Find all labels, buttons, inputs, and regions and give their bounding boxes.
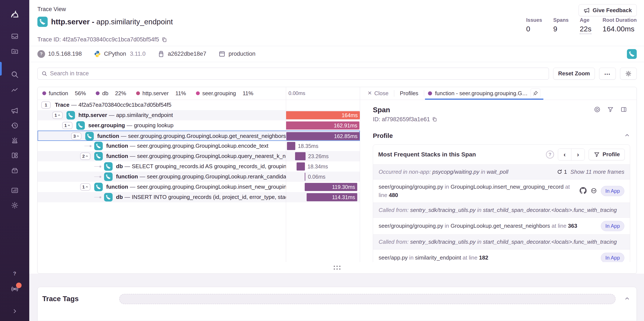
next-stack-button[interactable]: › — [571, 149, 584, 160]
trace-tree-row[interactable]: function—seer.grouping.grouping.Grouping… — [38, 172, 360, 182]
stack-frame-row[interactable]: seer/grouping/grouping.py in GroupingLoo… — [373, 179, 630, 203]
sidebar-item-settings[interactable] — [10, 201, 19, 210]
waterfall-column: function 56% db 22% http.server 11% seer… — [38, 87, 360, 262]
sidebar-item-dashboards[interactable] — [10, 151, 19, 160]
copy-icon[interactable] — [161, 37, 167, 43]
repo-provider-icon[interactable] — [590, 187, 598, 195]
duration-bar[interactable] — [305, 173, 305, 181]
trace-tree-row[interactable]: 1function—seer.grouping.grouping.Groupin… — [38, 182, 360, 192]
span-name: 4f2a57ea703840cc9c1bca7d05bf54f5 — [78, 102, 171, 108]
span-name: INSERT INTO grouping_records (id, projec… — [132, 194, 286, 200]
span-duration-cell[interactable]: 162.85ms — [286, 131, 360, 140]
prev-stack-button[interactable]: ‹ — [558, 149, 571, 160]
github-icon[interactable] — [580, 187, 587, 195]
legend-item-seer-grouping[interactable]: seer.grouping 11% — [196, 90, 254, 97]
search-input[interactable] — [50, 70, 545, 77]
show-more-frames-link[interactable]: Show 11 more frames — [570, 169, 624, 175]
sidebar-item-projects[interactable] — [10, 47, 19, 55]
trace-tree-row[interactable]: 2function—seer.grouping.grouping.Groupin… — [38, 151, 360, 161]
separator: — — [128, 143, 137, 149]
span-children-badge[interactable]: 1 — [62, 122, 72, 129]
span-duration-cell[interactable]: 114.31ms — [286, 192, 360, 202]
stacks-help-button[interactable]: ? — [546, 150, 554, 159]
stack-frame-row[interactable]: Called from: sentry_sdk/tracing_utils.py… — [373, 234, 630, 249]
stack-pager: ‹ › — [558, 149, 585, 160]
span-duration-cell[interactable]: 164ms — [286, 110, 360, 120]
filter-button[interactable] — [607, 106, 614, 114]
whats-new-button[interactable] — [10, 284, 20, 294]
span-duration-cell[interactable] — [286, 100, 360, 110]
duration-bar[interactable]: 162.85ms — [286, 132, 360, 140]
focus-span-button[interactable] — [594, 106, 601, 114]
span-children-badge[interactable]: 1 — [80, 183, 90, 191]
span-duration-cell[interactable]: 18.35ms — [286, 141, 360, 151]
stack-frame-row[interactable]: Called from: sentry_sdk/tracing_utils.py… — [373, 203, 630, 218]
sidebar-item-alerts[interactable] — [10, 136, 19, 145]
duration-label: 0.06ms — [308, 173, 326, 181]
stack-frame-row[interactable]: Occurred in non-app: psycopg/waiting.py … — [373, 164, 630, 179]
trace-tree-row[interactable]: 1Trace—4f2a57ea703840cc9c1bca7d05bf54f5 — [38, 100, 360, 110]
span-duration-cell[interactable]: 0.06ms — [286, 172, 360, 182]
frame-file: seer/grouping/grouping.py — [378, 223, 443, 229]
sidebar-item-metrics[interactable] — [10, 86, 19, 95]
close-panel-button[interactable]: × Close — [362, 87, 394, 100]
stack-frame-row[interactable]: seer/app.py in similarity_endpoint at li… — [373, 249, 630, 262]
sidebar-expand-button[interactable] — [10, 307, 19, 316]
frame-text: Called from: sentry_sdk/tracing_utils.py… — [378, 238, 617, 246]
collapse-section-button[interactable] — [624, 132, 630, 139]
span-children-badge[interactable]: 3 — [71, 133, 82, 140]
layout-toggle-button[interactable] — [620, 106, 627, 114]
span-children-badge[interactable]: 1 — [41, 101, 51, 109]
trace-tree-row[interactable]: db—SELECT grouping_records.id AS groupin… — [38, 161, 360, 172]
profile-section-header[interactable]: Profile — [373, 132, 630, 139]
trace-tree-row[interactable]: 1http.server—app.similarity_endpoint164m… — [38, 110, 360, 120]
trace-tree-row[interactable]: 3function—seer.grouping.grouping.Groupin… — [38, 131, 360, 141]
span-duration-cell[interactable]: 23.26ms — [286, 151, 360, 161]
sidebar-item-stats[interactable] — [10, 186, 19, 195]
trace-tree-row[interactable]: 1seer.grouping—grouping lookup162.91ms — [38, 120, 360, 131]
trace-tree-row[interactable]: db—INSERT INTO grouping_records (id, pro… — [38, 192, 360, 202]
stack-frame-row[interactable]: seer/grouping/grouping.py in GroupingLoo… — [373, 218, 630, 234]
tags-loading-skeleton — [119, 294, 616, 304]
trace-tree-row[interactable]: function—seer.grouping.grouping.Grouping… — [38, 141, 360, 151]
sentry-logo[interactable] — [6, 7, 23, 21]
legend-item-function[interactable]: function 56% — [42, 90, 86, 97]
more-options-button[interactable]: … — [599, 68, 616, 80]
span-op-icon — [94, 152, 103, 160]
copy-icon[interactable] — [432, 116, 437, 122]
duration-bar[interactable]: 114.31ms — [306, 193, 357, 201]
span-duration-cell[interactable]: 162.91ms — [286, 120, 360, 131]
duration-bar[interactable] — [296, 162, 305, 171]
span-duration-cell[interactable]: 119.30ms — [286, 182, 360, 192]
span-tree-cell: 1seer.grouping—grouping lookup — [38, 120, 286, 131]
duration-bar[interactable] — [295, 152, 306, 160]
trace-settings-button[interactable] — [620, 68, 637, 80]
give-feedback-button[interactable]: Give Feedback — [578, 4, 637, 16]
legend-item-http-server[interactable]: http.server 11% — [136, 90, 186, 97]
legend-item-db[interactable]: db 22% — [96, 90, 126, 97]
open-profile-button[interactable]: Profile — [589, 149, 625, 160]
resize-drag-handle[interactable] — [334, 266, 340, 270]
span-description: function—seer.grouping.grouping.Grouping… — [116, 172, 286, 181]
sidebar-item-feedback[interactable] — [10, 106, 19, 115]
duration-bar[interactable] — [287, 142, 295, 150]
span-op: db — [116, 163, 123, 169]
reset-zoom-button[interactable]: Reset Zoom — [553, 68, 595, 80]
sidebar-item-releases[interactable] — [10, 166, 19, 175]
duration-bar[interactable]: 164ms — [286, 111, 360, 119]
duration-bar[interactable]: 119.30ms — [305, 183, 357, 191]
help-button[interactable]: ? — [10, 269, 20, 278]
span-duration-cell[interactable]: 18.34ms — [286, 161, 360, 172]
tab-span-active[interactable]: function - seer.grouping.grouping.G… — [424, 87, 544, 100]
in-app-badge: In App — [601, 221, 624, 231]
span-children-badge[interactable]: 1 — [52, 112, 62, 119]
span-children-badge[interactable]: 2 — [80, 153, 90, 160]
sidebar-item-explore[interactable] — [7, 67, 23, 82]
collapse-tags-button[interactable] — [624, 296, 630, 302]
duration-bar[interactable]: 162.91ms — [286, 121, 360, 130]
pin-tab-button[interactable] — [530, 88, 540, 98]
span-name: grouping lookup — [134, 122, 174, 128]
tab-profiles[interactable]: Profiles — [394, 87, 424, 100]
sidebar-item-issues[interactable] — [10, 32, 19, 40]
sidebar-item-replays[interactable] — [10, 121, 19, 130]
